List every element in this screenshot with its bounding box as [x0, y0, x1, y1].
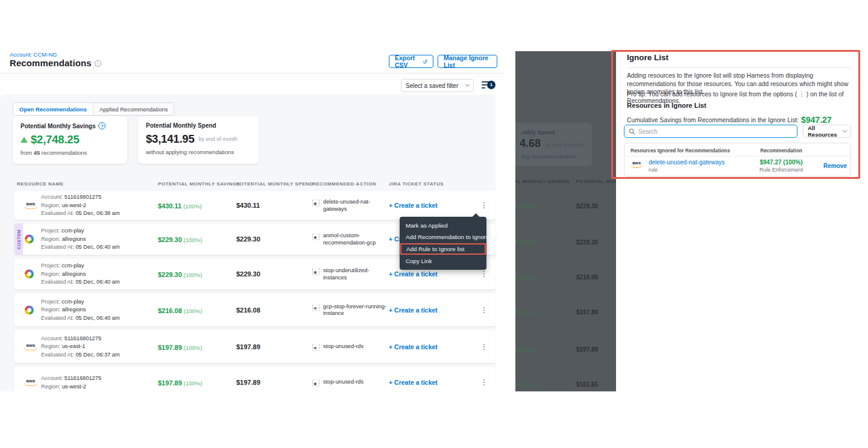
potential-savings-value: $229.30(100%): [158, 234, 202, 244]
resource-details: Account: 511616801275Region: us-west-2Ev…: [41, 193, 120, 218]
panel-divider: [627, 67, 851, 68]
menu-item[interactable]: Add Recommendation to Ignore list: [400, 231, 486, 243]
info-icon[interactable]: i: [95, 60, 101, 67]
manage-ignore-list-button[interactable]: Manage Ignore List: [438, 55, 497, 68]
resource-details: Account: 511616801275Region: us-west-2: [41, 375, 101, 391]
resources-filter-select[interactable]: All Resources: [803, 125, 851, 138]
tab-open-recommendations[interactable]: Open Recommendations: [13, 103, 93, 115]
resources-heading: Resources in Ignore List: [627, 102, 706, 109]
chevron-down-icon: [843, 128, 847, 132]
savings-value: $2,748.25: [31, 133, 80, 146]
table-row[interactable]: Project: ccm-playRegion: allregionsEvalu…: [14, 293, 495, 326]
filter-icon-button[interactable]: 1: [482, 80, 496, 91]
create-ticket-link[interactable]: + Create a ticket: [389, 202, 438, 209]
potential-spend-value: $229.30: [236, 270, 260, 278]
search-input[interactable]: [638, 128, 793, 135]
ignore-list-table: Resources Ignored for Recommendations Re…: [624, 143, 851, 176]
table-row[interactable]: awsAccount: 511616801275Region: us-west-…: [14, 191, 495, 220]
create-ticket-link[interactable]: + Create a ticket: [389, 343, 438, 350]
cumulative-savings-value: $947.27: [801, 115, 832, 125]
dimmed-background-page: nthly Spend 4.68 by end of month ing rec…: [515, 51, 616, 391]
resource-details: Project: ccm-playRegion: allregionsEvalu…: [41, 262, 120, 287]
aws-logo-icon: aws: [24, 202, 37, 210]
ignored-resource-type: rule: [649, 167, 658, 173]
potential-monthly-savings-card: Potential Monthly Savings? $2,748.25 fro…: [13, 116, 127, 164]
dimmed-spend-card: nthly Spend 4.68 by end of month ing rec…: [515, 123, 592, 166]
column-header-jira: JIRA TICKET STATUS: [389, 181, 444, 187]
potential-savings-value: $197.89(100%): [158, 377, 202, 388]
potential-savings-value: $216.08(100%): [158, 305, 202, 316]
table-row[interactable]: awsAccount: 511616801275Region: us-west-…: [14, 367, 495, 391]
remove-link[interactable]: Remove: [823, 163, 847, 169]
row-menu-button[interactable]: ⋮: [477, 305, 491, 316]
potential-spend-value: $430.11: [236, 202, 260, 209]
create-ticket-link[interactable]: + Create a ticket: [389, 379, 438, 386]
gcp-logo-icon: [25, 235, 34, 244]
tab-applied-recommendations[interactable]: Applied Recommendations: [93, 103, 174, 115]
menu-item[interactable]: Copy Link: [400, 255, 486, 267]
recommended-action: stop-unused-rds: [312, 343, 389, 350]
cumulative-savings: Cumulative Savings from Recommendations …: [627, 115, 832, 125]
recommendations-page: Account: CCM-NG Recommendationsi Export …: [0, 51, 506, 391]
column-header-savings: POTENTIAL MONTHLY SAVINGS: [158, 181, 240, 187]
filter-count-badge: 1: [487, 81, 495, 89]
ignored-savings-value: $947.27 (100%): [727, 159, 835, 166]
ignore-col-resources: Resources Ignored for Recommendations: [631, 148, 730, 154]
recommended-action: stop-unused-rds: [312, 379, 389, 387]
breadcrumb[interactable]: Account: CCM-NG: [10, 51, 57, 58]
saved-filter-select[interactable]: Select a saved filter: [401, 79, 474, 92]
recommendation-icon: [312, 199, 319, 207]
recommended-action: delete-unused-nat-gateways: [312, 199, 389, 213]
ignored-resource-link[interactable]: delete-unused-nat-gateways: [649, 159, 725, 166]
potential-spend-value: $216.08: [236, 306, 260, 314]
recommendation-icon: [312, 303, 319, 311]
recommendation-icon: [312, 233, 319, 240]
chevron-down-icon: [465, 82, 470, 87]
menu-item[interactable]: Add Rule to Ignore list: [400, 243, 486, 255]
savings-subtext: from 45 recommendations: [20, 149, 119, 156]
spend-value: $3,141.95: [146, 132, 195, 146]
potential-spend-value: $229.30: [236, 235, 260, 243]
row-menu-button[interactable]: ⋮: [477, 377, 491, 388]
column-header-action: RECOMMENDED ACTION: [312, 181, 376, 187]
recommendations-tabs: Open Recommendations Applied Recommendat…: [13, 102, 174, 116]
table-row[interactable]: awsAccount: 511616801275Region: us-east-…: [14, 330, 495, 363]
savings-icon: [20, 137, 28, 143]
potential-savings-value: $197.89(100%): [158, 341, 202, 352]
column-header-resource-name: RESOURCE NAME: [17, 181, 64, 187]
potential-savings-value: $229.30(100%): [158, 269, 202, 279]
ignored-savings-source: Rule Enforcement: [727, 167, 835, 173]
header-divider: [0, 73, 505, 73]
dimmed-column-header: POTENTIAL MONTHL: [576, 179, 616, 184]
recommended-action: stop-underutilized-instances: [312, 267, 389, 281]
create-ticket-link[interactable]: + Create a ticket: [389, 306, 438, 314]
recommended-action: gcp-stop-forever-running-instance: [312, 303, 389, 317]
ignore-col-recommendation: Recommendation: [727, 148, 835, 154]
resource-details: Project: ccm-playRegion: allregionsEvalu…: [41, 227, 120, 252]
custom-badge: CUSTOM: [14, 223, 23, 255]
dimmed-column-header: AL MONTHLY SAVINGS: [515, 179, 570, 184]
column-header-spend: POTENTIAL MONTHLY SPEND: [236, 181, 313, 187]
recommendation-icon: [312, 379, 319, 387]
recommendation-icon: [312, 268, 319, 275]
row-menu-button[interactable]: ⋮: [477, 200, 491, 211]
potential-monthly-spend-card: Potential Monthly Spend $3,141.95 by end…: [138, 116, 259, 164]
gcp-logo-icon: [25, 305, 34, 314]
search-icon: [629, 128, 635, 135]
ignore-list-panel: Ignore List Adding resources to the Igno…: [616, 51, 868, 391]
aws-logo-icon: aws: [24, 343, 37, 350]
potential-savings-value: $430.11(100%): [158, 200, 202, 211]
create-ticket-link[interactable]: + Create a ticket: [389, 270, 438, 278]
gcp-logo-icon: [25, 270, 34, 279]
aws-logo-icon: aws: [24, 379, 37, 387]
menu-item[interactable]: Mark as Applied: [400, 220, 486, 231]
search-box: [624, 125, 797, 138]
row-menu-button[interactable]: ⋮: [477, 341, 491, 352]
potential-spend-value: $197.89: [236, 379, 260, 386]
export-csv-button[interactable]: Export CSV: [389, 55, 433, 68]
row-menu-button[interactable]: ⋮: [477, 269, 491, 279]
resource-details: Account: 511616801275Region: us-east-1Ev…: [41, 334, 120, 359]
help-icon[interactable]: ?: [98, 122, 105, 129]
panel-title: Ignore List: [627, 53, 668, 62]
spend-subtext: without applying recommendations: [146, 149, 251, 155]
